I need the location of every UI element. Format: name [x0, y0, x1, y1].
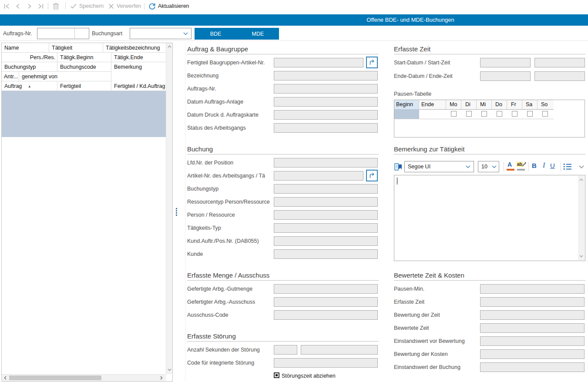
bewertete-zeit-label: Bewertete Zeit [394, 325, 429, 331]
grid-header-genehmigt-von[interactable]: genehmigt von [19, 72, 111, 81]
grid-selected-row-area[interactable] [2, 91, 166, 137]
discard-button[interactable]: Verwerfen [117, 3, 141, 9]
grid-horizontal-scrollbar[interactable] [2, 374, 166, 381]
font-size-value: 10 [481, 164, 487, 170]
scroll-up-icon[interactable] [168, 45, 171, 48]
pausen-row-beginn-cell[interactable] [394, 109, 419, 119]
taetigkeits-typ-label: Tätigkeits-Typ [187, 225, 221, 231]
grid-header-auftrag[interactable]: Auftrag ▲ [2, 81, 57, 91]
fertigteil-jump-button[interactable] [366, 57, 378, 68]
auftrag-nr-input[interactable] [37, 28, 74, 39]
grid-header-taetigk-ende[interactable]: Tätigk.Ende [111, 53, 166, 62]
previous-record-icon[interactable] [15, 3, 21, 10]
scroll-right-icon[interactable] [160, 376, 163, 380]
underline-button[interactable]: U [550, 162, 555, 169]
scroll-up-icon[interactable] [579, 178, 583, 181]
pausen-header-sa[interactable]: Sa [522, 100, 538, 109]
pausen-header-ende[interactable]: Ende [419, 100, 446, 109]
grid-header-taetigk-beginn[interactable]: Tätigk.Beginn [57, 53, 111, 62]
pausen-header-so[interactable]: So [538, 100, 554, 109]
refresh-button[interactable]: Aktualisieren [158, 3, 189, 9]
section-title-erfasste-zeit: Erfasste Zeit [394, 45, 430, 53]
bemerkung-textarea[interactable] [394, 175, 585, 261]
pausen-mi-checkbox[interactable] [481, 111, 487, 117]
buchungsart-dropdown[interactable] [130, 28, 192, 39]
font-name-dropdown[interactable]: Segoe UI [404, 161, 474, 172]
scroll-down-icon[interactable] [168, 369, 171, 371]
pausen-mo-checkbox[interactable] [451, 111, 457, 117]
pausen-min-input [480, 284, 585, 294]
font-color-button[interactable]: A [506, 161, 515, 172]
grid-header-taetigkeit[interactable]: Tätigkeit [49, 43, 103, 53]
more-formatting-chevron-icon[interactable] [579, 165, 584, 169]
ende-datum-input [480, 71, 531, 81]
pausen-header-beginn[interactable]: Beginn [394, 100, 419, 109]
insert-field-icon[interactable] [393, 161, 403, 172]
discard-x-icon[interactable] [108, 3, 114, 9]
save-button[interactable]: Speichern [79, 3, 104, 9]
grid-vertical-scrollbar[interactable] [166, 43, 172, 374]
refresh-icon[interactable] [148, 3, 156, 10]
textarea-scrollbar[interactable] [578, 176, 585, 260]
grid-header-antrag[interactable]: Antr... [2, 72, 19, 81]
font-color-bar [507, 169, 514, 171]
pausen-so-checkbox[interactable] [542, 111, 548, 117]
artikel-nr-arbeitsgang-input [274, 171, 363, 181]
pausen-sa-checkbox[interactable] [527, 111, 533, 117]
erfasste-zeit-label: Erfasste Zeit [394, 299, 424, 305]
artikel-nr-jump-button[interactable] [366, 170, 378, 181]
pausen-fr-checkbox[interactable] [512, 111, 517, 117]
checkbox-indeterminate-mark [276, 374, 278, 376]
scroll-left-icon[interactable] [4, 376, 7, 380]
datum-auftrags-anlage-label: Datum Auftrags-Anlage [187, 99, 243, 105]
mde-toggle-button[interactable]: MDE [237, 28, 279, 40]
auftrag-pos-input[interactable] [74, 28, 89, 39]
grid-header-taetigkeitsbezeichnung[interactable]: Tätigkeitsbezeichnung [103, 43, 166, 53]
toolbar-separator [48, 3, 48, 10]
auftrag-nr-input-group [37, 28, 89, 39]
pausen-header-di[interactable]: Di [461, 100, 477, 109]
ausschuss-label: Gefertigter Arbg.-Ausschuss [187, 299, 255, 305]
grid-header-pers-res[interactable]: Pers./Res. [2, 53, 57, 62]
grid-header-bemerkung[interactable]: Bemerkung [111, 62, 166, 81]
detail-panel-divider [185, 43, 185, 382]
toolbar-separator [144, 3, 144, 10]
editor-toolbar-separator [504, 162, 504, 171]
section-rule [187, 54, 379, 54]
status-arbeitsgang-input [274, 123, 378, 133]
grid-header-name[interactable]: Name [2, 43, 49, 53]
grid-header-buchungstyp[interactable]: Buchungstyp [2, 62, 57, 72]
save-check-icon[interactable] [70, 3, 77, 9]
einstandswert-vor-bewertung-input [480, 336, 585, 346]
highlight-color-button[interactable]: ab [517, 161, 526, 172]
font-size-dropdown[interactable]: 10 [478, 161, 499, 172]
auftrags-nr-detail-input [274, 84, 378, 94]
pausen-header-fr[interactable]: Fr [507, 100, 522, 109]
bewertung-der-kosten-input [480, 349, 585, 359]
panel-splitter-handle[interactable] [176, 208, 178, 218]
pausen-do-checkbox[interactable] [497, 111, 502, 117]
pausen-header-do[interactable]: Do [492, 100, 507, 109]
pausen-header-mi[interactable]: Mi [477, 100, 492, 109]
scroll-down-icon[interactable] [579, 255, 583, 258]
section-title-erfasste-menge: Erfasste Menge / Ausschuss [187, 271, 269, 279]
bullet-list-button[interactable] [563, 163, 572, 170]
bold-button[interactable]: B [532, 162, 537, 169]
italic-button[interactable]: I [543, 161, 545, 169]
pausen-header-mo[interactable]: Mo [446, 100, 461, 109]
editor-toolbar-separator [528, 162, 529, 171]
grid-header-buchungscode[interactable]: Buchungscode [57, 62, 111, 72]
bde-toggle-button[interactable]: BDE [195, 28, 237, 40]
first-record-icon[interactable] [3, 3, 10, 10]
delete-icon[interactable] [52, 2, 60, 10]
grid-hscroll-thumb[interactable] [9, 375, 101, 380]
grid-header-fertigteil-kdauftrag[interactable]: Fertigteil / Kd.Auftrag [111, 81, 166, 91]
next-record-icon[interactable] [26, 3, 33, 10]
pausen-row-bottom-border [394, 119, 554, 119]
stoerungszeit-abziehen-checkbox[interactable] [274, 372, 279, 378]
pausen-di-checkbox[interactable] [466, 111, 472, 117]
grid-header-fertigteil[interactable]: Fertigteil [57, 81, 111, 91]
editor-toolbar-separator [561, 162, 561, 171]
last-record-icon[interactable] [37, 3, 44, 10]
section-rule [187, 341, 379, 342]
